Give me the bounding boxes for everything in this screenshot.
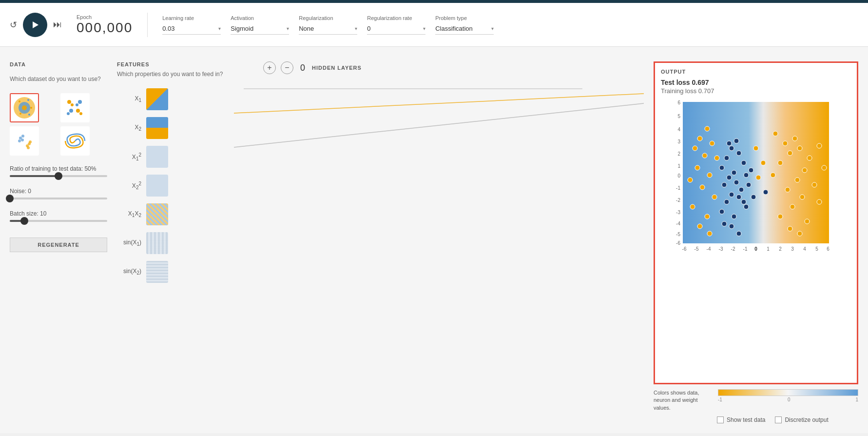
chevron-down-icon-5: ▾ [491, 26, 494, 31]
controls-bar: ↺ ⏭ Epoch 000,000 Learning rate 0.03 ▾ A… [0, 3, 868, 47]
dataset-xor[interactable] [60, 93, 90, 122]
learning-rate-select[interactable]: 0.03 ▾ [162, 23, 221, 35]
network-panel: + − 0 HIDDEN LAYERS [234, 57, 644, 423]
ratio-track[interactable] [10, 175, 107, 177]
svg-point-93 [736, 231, 741, 236]
svg-point-89 [756, 175, 761, 180]
svg-point-33 [729, 146, 734, 151]
show-test-data-item[interactable]: Show test data [717, 416, 765, 423]
remove-layer-button[interactable]: − [281, 61, 293, 74]
svg-point-98 [797, 231, 802, 236]
svg-point-39 [727, 175, 732, 180]
problem-type-select[interactable]: Classification ▾ [435, 23, 494, 35]
add-layer-button[interactable]: + [263, 61, 276, 74]
dataset-circle[interactable] [10, 93, 39, 122]
svg-point-86 [805, 219, 810, 224]
svg-point-74 [778, 160, 783, 165]
feature-x1: X1 [117, 88, 224, 110]
feature-x1sq-node[interactable] [146, 146, 168, 168]
svg-point-15 [78, 100, 82, 104]
feature-list: X1 X2 X12 X22 X1X2 [117, 88, 224, 283]
svg-point-11 [67, 100, 71, 104]
epoch-value: 000,000 [77, 20, 133, 36]
svg-point-87 [753, 146, 758, 151]
svg-point-63 [700, 185, 705, 190]
activation-select[interactable]: Sigmoid ▾ [231, 23, 289, 35]
dataset-question: Which dataset do you want to use? [10, 75, 107, 83]
svg-point-14 [79, 112, 82, 115]
regularization-select[interactable]: None ▾ [299, 23, 357, 35]
svg-point-21 [21, 135, 24, 138]
legend-gradient-container: -1 0 1 [718, 389, 858, 402]
problem-type-value: Classification [435, 25, 473, 32]
step-button[interactable]: ⏭ [53, 20, 62, 30]
svg-point-96 [707, 231, 712, 236]
svg-text:-3: -3 [719, 246, 723, 252]
feature-x1-node[interactable] [146, 88, 168, 110]
features-question: Which properties do you want to feed in? [117, 70, 224, 79]
svg-point-88 [761, 160, 766, 165]
svg-point-40 [734, 180, 739, 185]
feature-sinx1-label: sin(X1) [117, 239, 141, 247]
svg-text:-1: -1 [676, 185, 680, 191]
main-content: DATA Which dataset do you want to use? [0, 47, 868, 433]
feature-x1x2-node[interactable] [146, 203, 168, 225]
reg-rate-label: Regularization rate [367, 15, 425, 21]
svg-point-13 [76, 109, 80, 113]
svg-point-49 [732, 214, 736, 219]
show-test-data-checkbox[interactable] [717, 416, 724, 423]
regenerate-button[interactable]: REGENERATE [10, 238, 107, 252]
dataset-spiral[interactable] [60, 126, 90, 156]
svg-text:3: 3 [677, 139, 680, 144]
discretize-output-checkbox[interactable] [775, 416, 782, 423]
connections-svg [234, 84, 644, 423]
svg-point-22 [18, 139, 21, 142]
svg-text:-5: -5 [694, 246, 699, 252]
play-button[interactable] [23, 13, 47, 37]
feature-sinx1-node[interactable] [146, 232, 168, 254]
svg-marker-0 [33, 21, 39, 28]
chevron-down-icon-4: ▾ [423, 26, 425, 31]
hidden-layers-label: HIDDEN LAYERS [312, 65, 362, 71]
chart-svg: 6 5 4 3 2 1 0 -1 -2 -3 -4 -5 -6 -6 -5 [661, 99, 851, 256]
svg-text:-2: -2 [676, 198, 680, 203]
svg-text:4: 4 [677, 127, 680, 132]
svg-point-45 [724, 199, 729, 204]
regularization-value: None [299, 25, 314, 32]
feature-sinx2-node[interactable] [146, 261, 168, 283]
svg-point-26 [29, 140, 32, 143]
svg-point-73 [807, 156, 812, 160]
learning-rate-group: Learning rate 0.03 ▾ [162, 15, 221, 35]
svg-point-12 [71, 103, 74, 106]
svg-point-37 [732, 170, 736, 175]
svg-point-95 [697, 224, 702, 229]
reset-button[interactable]: ↺ [10, 20, 17, 30]
noise-track[interactable] [10, 198, 107, 199]
svg-point-68 [773, 131, 778, 136]
svg-text:6: 6 [677, 100, 680, 105]
batch-label: Batch size: 10 [10, 210, 107, 217]
svg-point-42 [722, 182, 727, 187]
svg-point-60 [695, 165, 700, 170]
epoch-label: Epoch [77, 14, 133, 20]
svg-point-27 [27, 146, 30, 149]
discretize-output-item[interactable]: Discretize output [775, 416, 828, 423]
svg-point-79 [785, 187, 790, 192]
svg-text:4: 4 [803, 246, 806, 252]
svg-point-76 [817, 143, 822, 148]
svg-point-65 [690, 204, 695, 209]
svg-text:-6: -6 [682, 246, 687, 252]
svg-point-54 [727, 141, 732, 146]
reg-rate-select[interactable]: 0 ▾ [367, 23, 425, 35]
batch-track[interactable] [10, 220, 107, 222]
problem-type-label: Problem type [435, 15, 494, 21]
svg-point-43 [739, 187, 744, 192]
svg-point-7 [30, 107, 32, 109]
feature-x2-node[interactable] [146, 117, 168, 139]
dataset-gaussian[interactable] [10, 126, 39, 156]
svg-point-84 [778, 214, 783, 219]
features-panel: FEATURES Which properties do you want to… [117, 57, 224, 423]
legend-gradient [718, 389, 858, 396]
feature-x2sq-node[interactable] [146, 175, 168, 197]
svg-point-23 [21, 139, 24, 141]
